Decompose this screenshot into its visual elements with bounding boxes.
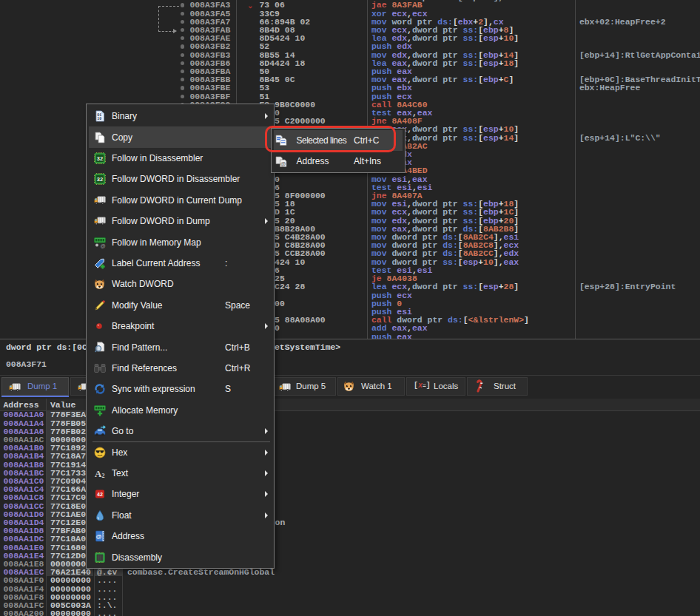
svg-text:@: @ xyxy=(280,160,286,166)
svg-text:10: 10 xyxy=(97,118,101,122)
svg-text:@: @ xyxy=(95,533,101,540)
svg-text:32: 32 xyxy=(96,155,102,162)
svg-text:A: A xyxy=(95,468,102,479)
svg-text:2: 2 xyxy=(101,473,104,479)
svg-text:32: 32 xyxy=(96,176,102,183)
svg-text:@: @ xyxy=(100,243,105,248)
svg-text:42: 42 xyxy=(97,492,103,497)
